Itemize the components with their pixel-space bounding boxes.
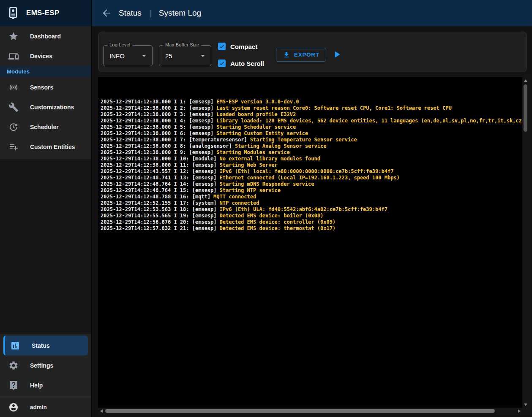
sidebar-item-status[interactable]: Status <box>3 336 88 355</box>
log-line-prefix: 2025-12-29T14:12:53.563 I 18: [emsesp] <box>101 206 217 212</box>
sidebar-item-label: Settings <box>30 362 53 369</box>
auto-scroll-checkbox[interactable]: Auto Scroll <box>218 58 264 68</box>
log-line-prefix: 2025-12-29T14:12:38.000 I 1: [emsesp] <box>101 99 213 105</box>
log-line-prefix: 2025-12-29T14:12:48.764 I 14: [emsesp] <box>101 181 217 187</box>
sidebar-item-dashboard[interactable]: Dashboard <box>0 26 91 46</box>
max-buffer-label: Max Buffer Size <box>163 42 201 47</box>
scroll-down-button[interactable] <box>522 401 529 408</box>
log-line-message: IPv6 (Eth) local: fe80:0000:0000:0000:ce… <box>220 168 394 174</box>
log-line: 2025-12-29T14:12:38.000 I 10: [module]No… <box>101 156 522 162</box>
log-line-prefix: 2025-12-29T14:12:38.000 I 11: [emsesp] <box>101 162 217 168</box>
log-line: 2025-12-29T14:12:38.000 I 1: [emsesp]EMS… <box>101 99 522 105</box>
log-line-prefix: 2025-12-29T14:12:38.000 I 4: [emsesp] <box>101 118 213 124</box>
sidebar-item-devices[interactable]: Devices <box>0 46 91 66</box>
sidebar-bottom: Status Settings Help admin <box>0 334 91 417</box>
play-button[interactable] <box>331 49 342 60</box>
download-icon <box>283 51 290 59</box>
vertical-scrollbar[interactable] <box>522 77 529 414</box>
log-line-prefix: 2025-12-29T14:12:57.832 I 21: [emsesp] <box>101 225 217 231</box>
sensors-icon <box>8 82 19 92</box>
page-title-primary: Status <box>119 8 142 18</box>
log-line-message: Starting mDNS Responder service <box>220 181 314 187</box>
analytics-icon <box>10 341 20 351</box>
log-line-prefix: 2025-12-29T14:12:43.557 I 12: [emsesp] <box>101 168 217 174</box>
gear-icon <box>8 360 19 371</box>
compact-checkbox[interactable]: Compact <box>218 41 257 51</box>
auto-scroll-label: Auto Scroll <box>230 60 264 67</box>
app-title: EMS-ESP <box>26 9 60 17</box>
log-line-message: IPv6 (Eth) ULA: fd40:5542:abf6:4a02:ce7b… <box>220 206 387 212</box>
log-line-message: EMS-ESP version 3.8.0-dev.0 <box>216 99 299 105</box>
modules-section-label: Modules <box>0 66 91 77</box>
max-buffer-select[interactable]: Max Buffer Size 25 <box>159 45 211 66</box>
log-line: 2025-12-29T14:12:55.565 I 19: [emsesp]De… <box>101 213 522 219</box>
log-line: 2025-12-29T14:12:48.788 I 16: [mqtt]MQTT… <box>101 194 522 200</box>
log-line: 2025-12-29T14:12:38.000 I 5: [emsesp]Sta… <box>101 124 522 130</box>
scroll-right-button[interactable] <box>516 408 522 414</box>
scrollbar-corner <box>522 408 529 414</box>
help-icon <box>8 380 19 390</box>
log-line-prefix: 2025-12-29T14:12:38.000 I 2: [emsesp] <box>101 105 213 111</box>
log-line: 2025-12-29T14:12:38.000 I 6: [emsesp]Sta… <box>101 130 522 137</box>
scroll-up-button[interactable] <box>522 77 529 84</box>
sidebar-item-scheduler[interactable]: Scheduler <box>0 117 91 137</box>
vertical-scrollbar-thumb[interactable] <box>524 84 527 132</box>
user-menu[interactable]: admin <box>0 397 91 417</box>
log-line: 2025-12-29T14:12:38.000 I 3: [emsesp]Loa… <box>101 111 522 118</box>
log-line: 2025-12-29T14:12:48.764 I 14: [emsesp]St… <box>101 181 522 187</box>
log-line-prefix: 2025-12-29T14:12:38.000 I 5: [emsesp] <box>101 124 213 130</box>
sidebar-item-label: Scheduler <box>30 124 59 130</box>
sidebar-item-label: Devices <box>30 53 52 60</box>
log-line-prefix: 2025-12-29T14:12:52.155 I 17: [system] <box>101 200 217 206</box>
playlist-add-icon <box>8 142 19 152</box>
log-line-prefix: 2025-12-29T14:12:38.000 I 10: [module] <box>101 156 217 162</box>
checkbox-checked-icon <box>218 60 226 67</box>
log-line-prefix: 2025-12-29T14:12:38.000 I 8: [analogsens… <box>101 143 232 149</box>
log-line-prefix: 2025-12-29T14:12:55.565 I 19: [emsesp] <box>101 213 217 219</box>
sidebar-item-help[interactable]: Help <box>0 375 91 395</box>
max-buffer-value: 25 <box>165 52 198 60</box>
log-line-message: NTP connected <box>220 200 259 206</box>
sidebar-item-label: Status <box>32 342 50 349</box>
sidebar-item-sensors[interactable]: Sensors <box>0 77 91 97</box>
log-line: 2025-12-29T14:12:43.557 I 12: [emsesp]IP… <box>101 168 522 175</box>
sidebar-item-settings[interactable]: Settings <box>0 355 91 375</box>
log-line-message: Ethernet connected (Local IP=192.168.1.2… <box>220 175 400 181</box>
log-line: 2025-12-29T14:12:48.741 I 13: [emsesp]Et… <box>101 175 522 181</box>
export-button[interactable]: EXPORT <box>276 48 326 62</box>
log-line: 2025-12-29T14:12:38.000 I 7: [temperatur… <box>101 137 522 143</box>
log-line-message: Detected EMS device: controller (0x09) <box>220 219 336 225</box>
log-line-message: Starting Custom Entity service <box>216 130 308 136</box>
log-line-message: Starting Analog Sensor service <box>235 143 327 149</box>
log-line: 2025-12-29T14:12:38.000 I 11: [emsesp]St… <box>101 162 522 168</box>
user-label: admin <box>30 404 47 410</box>
sidebar-bottom-list: Status Settings Help <box>0 336 91 395</box>
horizontal-scrollbar-thumb[interactable] <box>105 409 495 413</box>
log-line-prefix: 2025-12-29T14:12:38.000 I 7: [temperatur… <box>101 137 247 143</box>
sidebar-header: EMS-ESP <box>0 0 91 26</box>
log-line: 2025-12-29T14:12:38.000 I 9: [emsesp]Sta… <box>101 149 522 156</box>
sidebar-item-label: Custom Entities <box>30 144 75 150</box>
log-line-message: Detected EMS device: thermostat (0x17) <box>220 225 336 231</box>
sidebar-item-custom-entities[interactable]: Custom Entities <box>0 137 91 157</box>
scroll-left-button[interactable] <box>98 408 104 414</box>
log-line-prefix: 2025-12-29T14:12:38.000 I 9: [emsesp] <box>101 149 213 155</box>
sidebar-item-label: Help <box>30 382 43 389</box>
log-level-label: Log Level <box>107 42 133 47</box>
export-button-label: EXPORT <box>294 51 319 58</box>
log-line: 2025-12-29T14:12:53.563 I 18: [emsesp]IP… <box>101 206 522 213</box>
sidebar-item-customizations[interactable]: Customizations <box>0 97 91 117</box>
star-icon <box>8 31 19 41</box>
sidebar-nav: Dashboard Devices Modules Sensors Custom… <box>0 26 91 159</box>
chevron-down-icon <box>139 51 149 60</box>
log-line-message: Starting Web Server <box>220 162 278 168</box>
appbar: Status | System Log <box>92 0 532 26</box>
log-toolbar: Log Level INFO Max Buffer Size 25 Compac… <box>98 32 527 72</box>
log-line-message: Starting NTP service <box>220 187 281 193</box>
sidebar-item-label: Sensors <box>30 84 53 91</box>
log-level-select[interactable]: Log Level INFO <box>103 45 153 66</box>
back-arrow-icon[interactable] <box>101 8 112 19</box>
horizontal-scrollbar[interactable] <box>98 408 522 414</box>
schedule-icon <box>8 122 19 132</box>
log-console: 2025-12-29T14:12:38.000 I 1: [emsesp]EMS… <box>98 77 529 414</box>
